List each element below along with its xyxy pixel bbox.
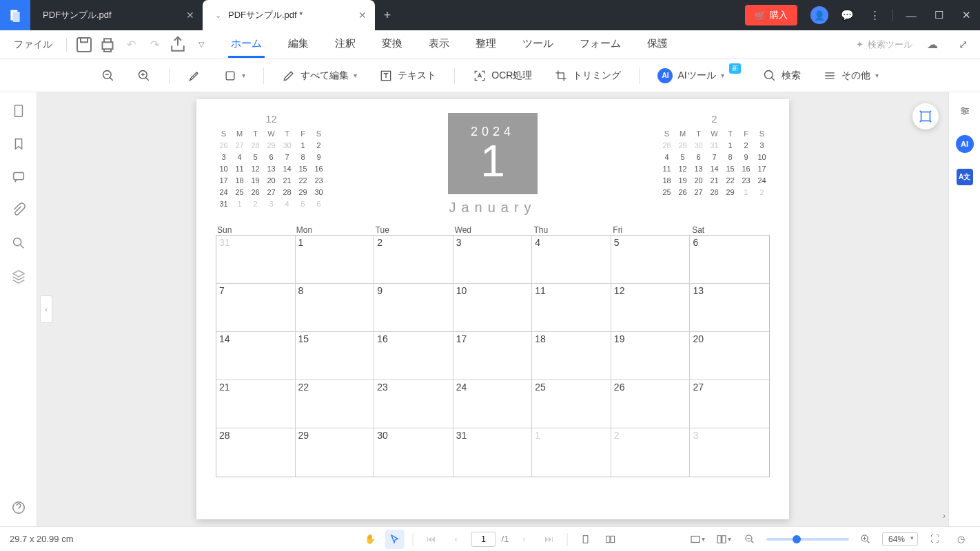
mini-calendar-prev: 12 SMTWTFS262728293012345678910111213141… [216, 113, 327, 209]
divider [639, 67, 640, 84]
zoom-out-icon[interactable] [740, 530, 759, 549]
search-panel-icon[interactable] [11, 236, 26, 251]
zoom-out-button[interactable] [97, 66, 119, 85]
expand-right-button[interactable]: › [943, 511, 946, 521]
calendar-cell: 4 [532, 236, 611, 284]
print-icon[interactable] [97, 34, 118, 55]
ribbon-tab-8[interactable]: 保護 [644, 32, 671, 58]
chevron-down-icon: ▾ [354, 72, 357, 79]
scroll-area[interactable]: 12 SMTWTFS262728293012345678910111213141… [37, 92, 948, 526]
zoom-value[interactable]: 64% [882, 532, 918, 546]
svg-point-11 [13, 238, 21, 246]
bookmarks-icon[interactable] [11, 136, 26, 152]
close-icon[interactable]: ✕ [358, 10, 367, 21]
edit-fab-button[interactable] [912, 103, 939, 129]
ribbon-tab-0[interactable]: ホーム [228, 32, 265, 58]
ribbon-tab-1[interactable]: 編集 [285, 32, 312, 58]
ribbon-tab-6[interactable]: ツール [520, 32, 556, 58]
next-page-icon[interactable]: › [514, 530, 533, 549]
more-button[interactable]: ⋮ [861, 0, 888, 30]
calendar-cell: 8 [296, 284, 375, 332]
share-icon[interactable] [167, 34, 188, 55]
expand-icon[interactable]: ⤢ [952, 34, 973, 55]
ribbon-tab-7[interactable]: フォーム [577, 32, 624, 58]
properties-icon[interactable] [956, 102, 974, 120]
undo-icon[interactable]: ↶ [121, 34, 141, 55]
weekday-head: Sat [691, 225, 770, 235]
maximize-button[interactable]: ☐ [925, 0, 952, 30]
select-tool-icon[interactable] [385, 530, 405, 549]
prev-page-icon[interactable]: ‹ [447, 530, 466, 549]
calendar-cell: 26 [611, 380, 691, 428]
crop-button[interactable]: トリミング [550, 66, 625, 85]
thumbnails-icon[interactable] [11, 103, 26, 118]
ribbon-tab-4[interactable]: 表示 [426, 32, 452, 58]
month-header: 2024 1 January [448, 113, 538, 216]
calendar-cell: 21 [216, 380, 296, 428]
zoom-in-button[interactable] [133, 66, 155, 85]
translate-icon[interactable]: A文 [956, 168, 974, 186]
fit-width-icon[interactable]: ▾ [688, 530, 707, 549]
fullscreen-icon[interactable]: ⛶ [925, 530, 944, 549]
zoom-slider[interactable] [766, 538, 849, 541]
two-page-icon[interactable] [600, 530, 620, 549]
minimize-button[interactable]: — [897, 0, 925, 30]
last-page-icon[interactable]: ⏭ [539, 530, 558, 549]
layers-icon[interactable] [11, 269, 26, 284]
redo-icon[interactable]: ↷ [144, 34, 165, 55]
comments-icon[interactable] [11, 169, 26, 185]
clock-icon[interactable]: ◷ [951, 530, 970, 549]
cloud-icon[interactable]: ☁ [922, 34, 943, 55]
hand-tool-icon[interactable]: ✋ [360, 530, 380, 549]
more-button[interactable]: その他▾ [819, 66, 883, 85]
first-page-icon[interactable]: ⏮ [422, 530, 441, 549]
read-mode-icon[interactable]: ▾ [714, 530, 733, 549]
ribbon-tab-2[interactable]: 注釈 [332, 32, 358, 58]
save-icon[interactable] [74, 34, 94, 55]
tab-inactive[interactable]: PDFサンプル.pdf ✕ [30, 0, 203, 30]
calendar-cell: 5 [611, 236, 691, 284]
status-bar: 29.7 x 20.99 cm ✋ ⏮ ‹ /1 › ⏭ ▾ ▾ 64% ⛶ ◷ [0, 526, 980, 551]
divider [66, 38, 67, 52]
new-badge: 新 [729, 63, 741, 74]
highlight-button[interactable] [183, 66, 205, 85]
search-button[interactable]: 検索 [759, 66, 805, 85]
buy-label: 購入 [770, 9, 788, 21]
shape-button[interactable]: ▾ [219, 66, 249, 85]
calendar-cell: 9 [374, 284, 453, 332]
tab-active[interactable]: ⌄ PDFサンプル.pdf * ✕ [203, 0, 375, 30]
tab-label: PDFサンプル.pdf [43, 9, 112, 21]
search-tools-button[interactable]: ✦ 検索ツール [856, 39, 912, 51]
calendar-cell: 30 [374, 428, 453, 477]
calendar-cell: 16 [374, 332, 453, 380]
main-area: ‹ 12 SMTWTFS2627282930123456789101112131… [0, 92, 980, 526]
ai-icon: AI [657, 68, 673, 83]
pdf-page[interactable]: 12 SMTWTFS262728293012345678910111213141… [196, 99, 789, 519]
file-menu[interactable]: ファイル [7, 34, 59, 55]
edit-all-button[interactable]: すべて編集▾ [278, 66, 361, 85]
new-tab-button[interactable]: + [375, 8, 400, 23]
page-input[interactable] [471, 532, 496, 547]
single-page-icon[interactable] [575, 530, 595, 549]
sparkle-icon: ✦ [856, 39, 864, 50]
close-window-button[interactable]: ✕ [952, 0, 980, 30]
ai-tools-button[interactable]: AI AIツール▾ 新 [653, 65, 744, 86]
svg-rect-1 [13, 12, 20, 22]
attachments-icon[interactable] [11, 202, 26, 218]
help-icon[interactable] [11, 500, 26, 515]
close-icon[interactable]: ✕ [186, 10, 194, 21]
ribbon-tab-3[interactable]: 変換 [379, 32, 405, 58]
svg-point-16 [963, 112, 965, 114]
ocr-label: OCR処理 [491, 70, 532, 82]
collapse-left-button[interactable]: ‹ [40, 295, 52, 323]
quick-access-dropdown[interactable]: ▽ [191, 34, 212, 55]
ocr-button[interactable]: OCR処理 [469, 66, 536, 85]
comment-button[interactable]: 💬 [833, 0, 861, 30]
text-button[interactable]: テキスト [375, 66, 440, 85]
account-button[interactable]: 👤 [806, 0, 833, 30]
zoom-in-icon[interactable] [856, 530, 875, 549]
ribbon-tab-5[interactable]: 整理 [473, 32, 499, 58]
ai-panel-icon[interactable]: AI [956, 135, 974, 153]
buy-button[interactable]: 🛒 購入 [745, 5, 797, 25]
weekday-head: Sun [216, 225, 295, 235]
